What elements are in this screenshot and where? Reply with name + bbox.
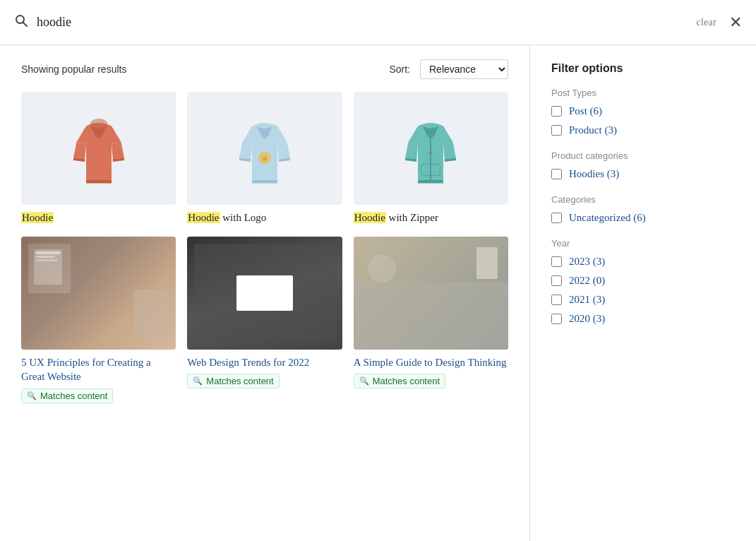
filter-item-label-product[interactable]: Product (3): [569, 124, 617, 136]
filter-item-label-2023[interactable]: 2023 (3): [569, 256, 605, 268]
clear-button[interactable]: clear: [696, 17, 716, 28]
product-image: [354, 92, 508, 205]
filter-item-label-hoodies[interactable]: Hoodies (3): [569, 168, 619, 180]
filter-sidebar: Filter options Post Types Post (6) Produ…: [530, 45, 756, 541]
product-image: ☺: [187, 92, 342, 205]
filter-section-year: Year 2023 (3) 2022 (0) 2021 (3) 2020 (3): [551, 238, 735, 325]
filter-section-categories: Categories Uncategorized (6): [551, 194, 735, 224]
product-image: [21, 92, 176, 205]
filter-item: Post (6): [551, 105, 735, 117]
filter-checkbox-2023[interactable]: [551, 256, 562, 267]
filter-item-label-uncategorized[interactable]: Uncategorized (6): [569, 212, 646, 224]
filter-item-label-2021[interactable]: 2021 (3): [569, 294, 605, 306]
filter-item: Uncategorized (6): [551, 212, 735, 224]
filter-checkbox-product[interactable]: [551, 125, 562, 136]
sort-select[interactable]: Relevance Date Title: [420, 59, 508, 79]
filter-item: 2023 (3): [551, 256, 735, 268]
product-title: Hoodie with Logo: [187, 210, 342, 225]
filter-item: 2021 (3): [551, 294, 735, 306]
product-card[interactable]: ☺ Hoodie with Logo: [187, 92, 342, 225]
post-title: 5 UX Principles for Creating a Great Web…: [21, 355, 176, 384]
close-button[interactable]: ✕: [729, 15, 742, 30]
results-panel: Showing popular results Sort: Relevance …: [0, 45, 530, 541]
showing-text: Showing popular results: [21, 64, 126, 75]
results-header: Showing popular results Sort: Relevance …: [21, 59, 508, 79]
matches-content-badge: 🔍 Matches content: [187, 374, 279, 388]
filter-section-label: Categories: [551, 194, 735, 205]
filter-checkbox-2022[interactable]: [551, 275, 562, 286]
post-image: [21, 237, 176, 350]
post-card[interactable]: 5 UX Principles for Creating a Great Web…: [21, 237, 176, 403]
svg-point-2: [90, 119, 107, 131]
post-image: [354, 237, 508, 350]
filter-checkbox-uncategorized[interactable]: [551, 213, 562, 223]
filter-section-post-types: Post Types Post (6) Product (3): [551, 88, 735, 136]
search-small-icon: 🔍: [359, 376, 369, 386]
filter-section-label: Post Types: [551, 88, 735, 98]
post-title: A Simple Guide to Design Thinking: [354, 355, 508, 369]
filter-item: 2020 (3): [551, 313, 735, 325]
product-card[interactable]: Hoodie with Zipper: [354, 92, 508, 225]
product-title: Hoodie with Zipper: [354, 210, 508, 225]
filter-item: Hoodies (3): [551, 168, 735, 180]
main-layout: Showing popular results Sort: Relevance …: [0, 45, 756, 541]
post-image: [187, 237, 342, 350]
matches-content-badge: 🔍 Matches content: [21, 388, 113, 403]
post-card[interactable]: A Simple Guide to Design Thinking 🔍 Matc…: [354, 237, 508, 403]
filter-checkbox-2020[interactable]: [551, 314, 562, 324]
filter-section-product-categories: Product categories Hoodies (3): [551, 150, 735, 180]
sort-label: Sort:: [389, 64, 410, 75]
product-grid: Hoodie: [21, 92, 508, 225]
svg-rect-6: [429, 152, 433, 155]
product-title: Hoodie: [21, 210, 176, 225]
search-bar: hoodie clear ✕: [0, 0, 756, 45]
filter-item-label-post[interactable]: Post (6): [569, 105, 602, 117]
matches-content-badge: 🔍 Matches content: [354, 374, 445, 388]
filter-item-label-2022[interactable]: 2022 (0): [569, 275, 605, 287]
filter-checkbox-post[interactable]: [551, 106, 562, 117]
search-input[interactable]: hoodie: [37, 15, 696, 30]
filter-item: 2022 (0): [551, 275, 735, 287]
search-small-icon: 🔍: [193, 376, 203, 386]
filter-section-label-year: Year: [551, 238, 735, 249]
search-small-icon: 🔍: [27, 391, 37, 400]
search-icon: [14, 13, 28, 31]
svg-text:☺: ☺: [261, 155, 268, 162]
post-card[interactable]: Web Design Trends for 2022 🔍 Matches con…: [187, 237, 342, 403]
filter-options-title: Filter options: [551, 62, 735, 75]
filter-checkbox-hoodies[interactable]: [551, 169, 562, 179]
svg-line-1: [23, 23, 28, 27]
post-title: Web Design Trends for 2022: [187, 355, 342, 369]
filter-item: Product (3): [551, 124, 735, 136]
filter-section-label: Product categories: [551, 150, 735, 161]
filter-checkbox-2021[interactable]: [551, 295, 562, 305]
filter-item-label-2020[interactable]: 2020 (3): [569, 313, 605, 325]
post-grid: 5 UX Principles for Creating a Great Web…: [21, 237, 508, 403]
product-card[interactable]: Hoodie: [21, 92, 176, 225]
